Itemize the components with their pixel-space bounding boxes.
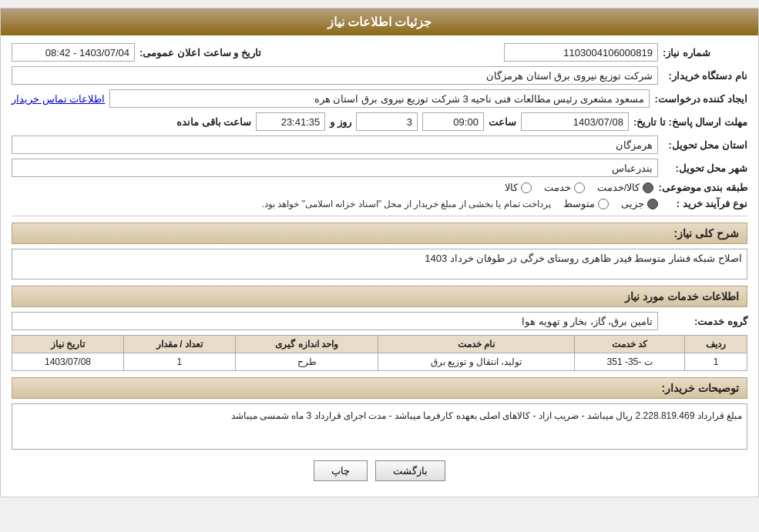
cell-date: 1403/07/08 (12, 353, 124, 371)
service-group-row: گروه خدمت: تامین برق، گاز، بخار و تهویه … (12, 312, 747, 330)
deadline-label: مهلت ارسال پاسخ: تا تاریخ: (633, 116, 747, 128)
days-remaining-value: 3 (356, 112, 418, 131)
deadline-date-value: 1403/07/08 (521, 112, 629, 131)
requester-label: ایجاد کننده درخواست: (654, 93, 747, 105)
back-button[interactable]: بازگشت (375, 460, 445, 481)
city-value: بندرعباس (12, 159, 658, 177)
page-title: جزئیات اطلاعات نیاز (12, 15, 747, 29)
radio-service-label: خدمت (544, 182, 571, 193)
purchase-type-label: نوع فرآیند خرید : (663, 198, 747, 209)
col-header-quantity: تعداد / مقدار (124, 336, 236, 353)
general-description-value: اصلاح شبکه فشار متوسط فیدر ظاهری روستای … (12, 249, 747, 279)
print-button[interactable]: چاپ (314, 460, 368, 481)
buyer-notes-value: مبلغ قرارداد 2.228.819.469 ریال میباشد -… (12, 403, 747, 450)
time-label: ساعت (489, 116, 516, 128)
radio-medium-label: متوسط (563, 198, 595, 209)
radio-goods-service-circle (643, 182, 653, 193)
requester-row: ایجاد کننده درخواست: مسعود مشعری رئیس مط… (12, 89, 747, 108)
city-row: شهر محل تحویل: بندرعباس (12, 159, 747, 177)
remaining-label: ساعت باقی مانده (176, 116, 251, 128)
radio-goods[interactable]: کالا (505, 182, 532, 193)
divider-1 (12, 216, 747, 216)
bottom-buttons: بازگشت چاپ (12, 460, 747, 481)
radio-service-circle (574, 182, 585, 193)
requester-value: مسعود مشعری رئیس مطالعات فنی ناحیه 3 شرک… (109, 89, 650, 108)
table-header-row: ردیف کد خدمت نام خدمت واحد اندازه گیری ت… (12, 336, 747, 353)
services-table: ردیف کد خدمت نام خدمت واحد اندازه گیری ت… (12, 335, 747, 371)
radio-medium[interactable]: متوسط (563, 198, 609, 209)
radio-goods-label: کالا (505, 182, 518, 193)
time-remaining-value: 23:41:35 (256, 112, 325, 131)
col-header-service-name: نام خدمت (378, 336, 575, 353)
subject-type-label: طبقه بندی موضوعی: (658, 182, 747, 193)
general-description-header: شرح کلی نیاز: (12, 223, 747, 244)
purchase-note: پرداخت تمام یا بخشی از مبلغ خریدار از مح… (262, 199, 551, 209)
need-number-label: شماره نیاز: (663, 47, 747, 59)
cell-unit: طرح (235, 353, 378, 371)
announce-label: تاریخ و ساعت اعلان عمومی: (139, 47, 261, 59)
col-header-date: تاریخ نیاز (12, 336, 124, 353)
city-label: شهر محل تحویل: (663, 162, 747, 174)
cell-row: 1 (685, 353, 747, 371)
days-label: روز و (330, 116, 351, 128)
col-header-service-code: کد خدمت (575, 336, 685, 353)
buyer-name-value: شرکت توزیع نیروی برق استان هرمزگان (12, 66, 658, 85)
deadline-row: مهلت ارسال پاسخ: تا تاریخ: 1403/07/08 سا… (12, 112, 747, 131)
radio-partial-label: جزیی (621, 198, 644, 209)
radio-medium-circle (598, 199, 609, 209)
subject-type-row: طبقه بندی موضوعی: کالا/خدمت خدمت کالا (12, 182, 747, 193)
cell-quantity: 1 (124, 353, 236, 371)
radio-goods-service-label: کالا/خدمت (597, 182, 640, 193)
radio-partial[interactable]: جزیی (621, 198, 658, 209)
col-header-unit: واحد اندازه گیری (235, 336, 378, 353)
table-row: 1 ت -35- 351 تولید، انتقال و توزیع برق ط… (12, 353, 747, 371)
radio-service[interactable]: خدمت (544, 182, 585, 193)
deadline-time-value: 09:00 (422, 112, 484, 131)
province-value: هرمزگان (12, 136, 658, 154)
page-header: جزئیات اطلاعات نیاز (1, 8, 758, 35)
province-row: استان محل تحویل: هرمزگان (12, 136, 747, 154)
radio-goods-circle (521, 182, 532, 193)
subject-type-group: کالا/خدمت خدمت کالا (505, 182, 654, 193)
radio-partial-circle (647, 199, 658, 209)
buyer-name-row: نام دستگاه خریدار: شرکت توزیع نیروی برق … (12, 66, 747, 85)
radio-goods-service[interactable]: کالا/خدمت (597, 182, 654, 193)
purchase-type-row: نوع فرآیند خرید : جزیی متوسط پرداخت تمام… (12, 198, 747, 209)
cell-service-code: ت -35- 351 (575, 353, 685, 371)
service-group-value: تامین برق، گاز، بخار و تهویه هوا (12, 312, 658, 330)
purchase-type-group: جزیی متوسط (563, 198, 658, 209)
service-group-label: گروه خدمت: (663, 316, 747, 327)
buyer-notes-header: توصیحات خریدار: (12, 377, 747, 399)
need-number-value: 1103004106000819 (504, 43, 658, 62)
cell-service-name: تولید، انتقال و توزیع برق (378, 353, 575, 371)
services-section-header: اطلاعات خدمات مورد نیاز (12, 286, 747, 307)
province-label: استان محل تحویل: (663, 139, 747, 151)
need-number-row: شماره نیاز: 1103004106000819 تاریخ و ساع… (12, 43, 747, 62)
buyer-notes-area: مبلغ قرارداد 2.228.819.469 ریال میباشد -… (12, 403, 747, 450)
col-header-row: ردیف (685, 336, 747, 353)
buyer-name-label: نام دستگاه خریدار: (663, 70, 747, 82)
announce-datetime-value: 1403/07/04 - 08:42 (12, 43, 135, 62)
contact-link[interactable]: اطلاعات تماس خریدار (12, 93, 105, 105)
general-description-area: اصلاح شبکه فشار متوسط فیدر ظاهری روستای … (12, 249, 747, 279)
